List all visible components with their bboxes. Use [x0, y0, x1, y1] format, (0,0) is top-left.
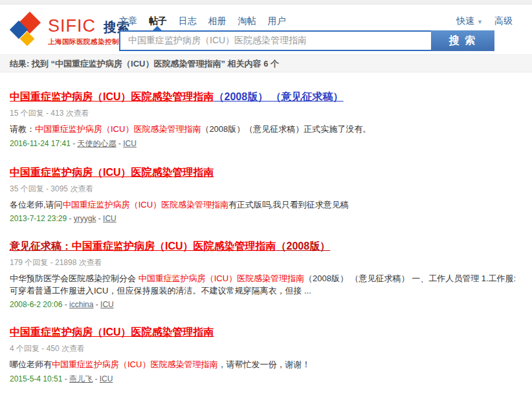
active-tab-pointer — [153, 26, 162, 30]
result-title-link[interactable]: 意见征求稿：中国重症监护病房（ICU）医院感染管理指南（2008版） — [10, 239, 522, 253]
result-snippet: 请教：中国重症监护病房（ICU）医院感染管理指南（2008版）（意见征求稿）正式… — [10, 123, 522, 135]
result-snippet: 各位老师,请问中国重症监护病房（ICU）医院感染管理指南有正式版吗,我只看到征求… — [10, 198, 522, 211]
result-forum-link[interactable]: ICU — [100, 300, 114, 309]
results-list: 中国重症监护病房（ICU）医院感染管理指南（2008版） （意见征求稿） 15 … — [0, 72, 532, 397]
result-count-bar: 结果: 找到 “中国重症监护病房（ICU）医院感染管理指南” 相关内容 6 个 — [0, 54, 532, 72]
separator: - — [67, 214, 74, 223]
search-header: SIFIC 搜索 上海国际医院感染控制论坛 文章 帖子 日志 相册 淘帖 用户 … — [0, 5, 532, 54]
tab-albums[interactable]: 相册 — [208, 16, 227, 26]
result-item: 中国重症监护病房（ICU）医院感染管理指南（2008版） （意见征求稿） 15 … — [10, 90, 522, 149]
separator: - — [62, 300, 69, 309]
result-title-link[interactable]: 中国重症监护病房（ICU）医院感染管理指南（2008版） （意见征求稿） — [10, 90, 522, 103]
search-input[interactable] — [119, 30, 431, 51]
result-author-link[interactable]: yryygk — [74, 214, 96, 223]
tab-articles[interactable]: 文章 — [119, 16, 137, 26]
result-date: 2016-11-24 17:41 — [10, 139, 71, 148]
result-date: 2008-6-2 20:06 — [10, 300, 62, 309]
result-snippet: 哪位老师有中国重症监护病房（ICU）医院感染管理指南，请帮忙发一份，谢谢！ — [10, 358, 522, 370]
result-author-link[interactable]: icchina — [69, 300, 93, 309]
result-footer: 2015-5-4 10:51 - 燕儿飞 - ICU — [10, 374, 522, 385]
result-author-link[interactable]: 燕儿飞 — [69, 374, 93, 383]
separator: - — [93, 374, 100, 383]
tab-posts[interactable]: 帖子 — [149, 16, 167, 26]
result-date: 2013-7-12 23:29 — [10, 214, 67, 223]
result-meta: 179 个回复 - 21898 次查看 — [10, 257, 522, 268]
result-title-link[interactable]: 中国重症监护病房（ICU）医院感染管理指南 — [10, 166, 522, 179]
result-item: 意见征求稿：中国重症监护病房（ICU）医院感染管理指南（2008版） 179 个… — [10, 239, 522, 309]
result-footer: 2013-7-12 23:29 - yryygk - ICU — [10, 214, 522, 223]
sific-diamond-logo-icon — [10, 12, 45, 47]
search-type-tabs: 文章 帖子 日志 相册 淘帖 用户 — [119, 16, 294, 27]
quick-links: 快速 ▼ 高级 — [456, 16, 513, 27]
result-meta: 4 个回复 - 450 次查看 — [10, 343, 522, 354]
result-forum-link[interactable]: ICU — [103, 214, 116, 223]
separator: - — [62, 374, 69, 383]
tab-users[interactable]: 用户 — [267, 16, 285, 26]
result-count-text: 结果: 找到 “中国重症监护病房（ICU）医院感染管理指南” 相关内容 6 个 — [10, 59, 279, 69]
separator: - — [93, 300, 100, 309]
result-meta: 15 个回复 - 413 次查看 — [10, 108, 522, 119]
chevron-down-icon[interactable]: ▼ — [477, 19, 483, 25]
result-footer: 2008-6-2 20:06 - icchina - ICU — [10, 300, 522, 309]
result-item: 中国重症监护病房（ICU）医院感染管理指南 4 个回复 - 450 次查看 哪位… — [10, 325, 522, 385]
result-snippet: 中华预防医学会医院感染控制分会 中国重症监护病房（ICU）医院感染管理指南（20… — [10, 272, 522, 297]
result-footer: 2016-11-24 17:41 - 天使的心愿 - ICU — [10, 138, 522, 149]
tab-collections[interactable]: 淘帖 — [238, 16, 256, 26]
result-title-link[interactable]: 中国重症监护病房（ICU）医院感染管理指南 — [10, 325, 522, 339]
brand-name: SIFIC — [48, 17, 96, 35]
tab-blogs[interactable]: 日志 — [179, 16, 197, 26]
quick-search-link[interactable]: 快速 — [456, 16, 474, 27]
advanced-search-link[interactable]: 高级 — [494, 16, 513, 27]
sific-logo[interactable]: SIFIC 搜索 上海国际医院感染控制论坛 — [10, 12, 133, 47]
separator: - — [71, 139, 78, 148]
separator: - — [96, 214, 103, 223]
search-button[interactable]: 搜 索 — [431, 30, 494, 51]
result-item: 中国重症监护病房（ICU）医院感染管理指南 35 个回复 - 3095 次查看 … — [10, 166, 522, 223]
result-author-link[interactable]: 天使的心愿 — [78, 139, 116, 148]
separator: - — [116, 139, 124, 148]
result-forum-link[interactable]: ICU — [100, 374, 113, 383]
result-date: 2015-5-4 10:51 — [10, 374, 62, 383]
result-meta: 35 个回复 - 3095 次查看 — [10, 184, 522, 195]
top-strip — [0, 0, 532, 5]
search-bar: 搜 索 — [119, 30, 494, 51]
result-forum-link[interactable]: ICU — [123, 139, 137, 148]
